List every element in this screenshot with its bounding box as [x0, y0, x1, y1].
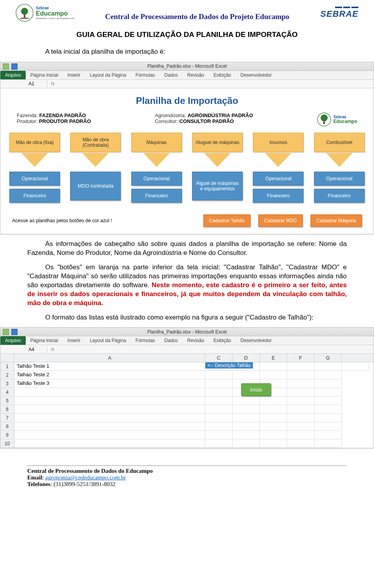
cell[interactable]: [14, 388, 205, 397]
cell[interactable]: [287, 439, 314, 448]
cell[interactable]: [287, 388, 314, 397]
cell[interactable]: [287, 362, 314, 371]
cell[interactable]: [205, 422, 233, 431]
cell[interactable]: [233, 439, 260, 448]
save-icon[interactable]: [11, 63, 18, 70]
ribbon-tab[interactable]: Página Inicial: [26, 71, 63, 79]
name-box[interactable]: A1: [16, 80, 47, 87]
ribbon-tab[interactable]: Página Inicial: [26, 336, 63, 345]
cell[interactable]: Talhão Teste 1: [14, 362, 205, 371]
col-D[interactable]: D: [233, 354, 260, 362]
cell[interactable]: [287, 422, 314, 431]
cell[interactable]: [314, 431, 342, 439]
save-icon[interactable]: [11, 329, 18, 335]
col-G[interactable]: G: [314, 354, 342, 362]
ribbon-tab[interactable]: Fórmulas: [131, 336, 160, 345]
ribbon-tab[interactable]: Dados: [160, 71, 183, 79]
ribbon-tab[interactable]: Revisão: [183, 336, 209, 345]
cell[interactable]: [314, 439, 342, 448]
cell[interactable]: [314, 414, 342, 422]
cell[interactable]: [287, 431, 314, 439]
cell[interactable]: [287, 414, 314, 422]
col-A[interactable]: A: [14, 354, 205, 362]
cell[interactable]: [14, 422, 205, 431]
cell[interactable]: [287, 371, 314, 379]
row-number[interactable]: 2: [0, 371, 14, 379]
cell[interactable]: [14, 397, 205, 405]
cell[interactable]: [260, 405, 287, 414]
row-number[interactable]: 9: [0, 431, 14, 439]
cell[interactable]: [314, 379, 342, 388]
cell[interactable]: Talhao Teste 2: [14, 371, 205, 379]
sheet-button[interactable]: Operacional: [131, 172, 182, 186]
cell[interactable]: [14, 405, 205, 414]
cell[interactable]: Talhão Teste 3: [14, 379, 205, 388]
row-number[interactable]: 3: [0, 379, 14, 388]
cell[interactable]: [287, 405, 314, 414]
ribbon-tab[interactable]: Exibição: [209, 71, 236, 79]
cell[interactable]: [260, 397, 287, 405]
cell[interactable]: [205, 405, 233, 414]
col-C[interactable]: C: [205, 354, 233, 362]
ribbon-tab[interactable]: Layout da Página: [85, 336, 131, 345]
cell[interactable]: [260, 422, 287, 431]
sheet-button[interactable]: Operacional: [253, 172, 303, 186]
cell[interactable]: [314, 422, 342, 431]
cadastrar-button[interactable]: Cadastrar Talhão: [203, 214, 251, 227]
cell[interactable]: [314, 371, 342, 379]
cell[interactable]: [14, 414, 205, 422]
cell[interactable]: [233, 414, 260, 422]
cell[interactable]: [233, 371, 260, 379]
cell[interactable]: [205, 431, 233, 439]
sheet-button[interactable]: Alguel de máquinas e equipamentos: [192, 172, 243, 200]
cell[interactable]: [233, 431, 260, 439]
row-number[interactable]: 4: [0, 388, 14, 397]
cell[interactable]: [233, 422, 260, 431]
cell[interactable]: [314, 405, 342, 414]
ribbon-tab[interactable]: Desenvolvedor: [236, 71, 276, 79]
cell[interactable]: [233, 405, 260, 414]
name-box[interactable]: A4: [16, 346, 47, 353]
ribbon-tab[interactable]: Layout da Página: [85, 71, 131, 79]
cell[interactable]: [314, 397, 342, 405]
sheet-button[interactable]: Operacional: [314, 172, 365, 186]
cell[interactable]: [260, 439, 287, 448]
cadastrar-button[interactable]: Cadastrar MDO: [258, 214, 303, 227]
cell[interactable]: [287, 379, 314, 388]
cell[interactable]: [14, 431, 205, 439]
sheet-button[interactable]: Financeiro: [314, 189, 365, 203]
ribbon-tab[interactable]: Desenvolvedor: [236, 336, 276, 345]
cell[interactable]: [233, 397, 260, 405]
cell[interactable]: <-- Descrição Talhão: [205, 362, 260, 371]
ribbon-tab[interactable]: Inserir: [63, 336, 85, 345]
ribbon-tab[interactable]: Fórmulas: [131, 71, 160, 79]
sheet-button[interactable]: Financeiro: [253, 189, 303, 203]
cell[interactable]: [314, 388, 342, 397]
inicio-button[interactable]: Início: [241, 383, 271, 396]
cell[interactable]: [342, 362, 369, 371]
cell[interactable]: [205, 371, 233, 379]
cell[interactable]: [205, 414, 233, 422]
cell[interactable]: [260, 371, 287, 379]
row-number[interactable]: 7: [0, 414, 14, 422]
sheet-button[interactable]: Operacional: [9, 172, 60, 186]
ribbon-tab[interactable]: Arquivo: [0, 336, 26, 345]
cadastrar-button[interactable]: Cadastrar Máquina: [310, 214, 362, 227]
row-number[interactable]: 1: [0, 362, 14, 371]
col-E[interactable]: E: [260, 354, 287, 362]
cell[interactable]: [260, 431, 287, 439]
sheet-button[interactable]: Financeiro: [131, 189, 182, 203]
sheet-button[interactable]: Financeiro: [9, 189, 60, 203]
cell[interactable]: [205, 388, 233, 397]
cell[interactable]: [14, 439, 205, 448]
col-F[interactable]: F: [287, 354, 314, 362]
ribbon-tab[interactable]: Inserir: [63, 71, 85, 79]
cell[interactable]: [314, 362, 342, 371]
cell[interactable]: [205, 397, 233, 405]
row-number[interactable]: 5: [0, 397, 14, 405]
cell[interactable]: [205, 439, 233, 448]
row-number[interactable]: 6: [0, 405, 14, 414]
ribbon-tab[interactable]: Revisão: [183, 71, 209, 79]
row-number[interactable]: 10: [0, 439, 14, 448]
ribbon-tab[interactable]: Dados: [160, 336, 183, 345]
